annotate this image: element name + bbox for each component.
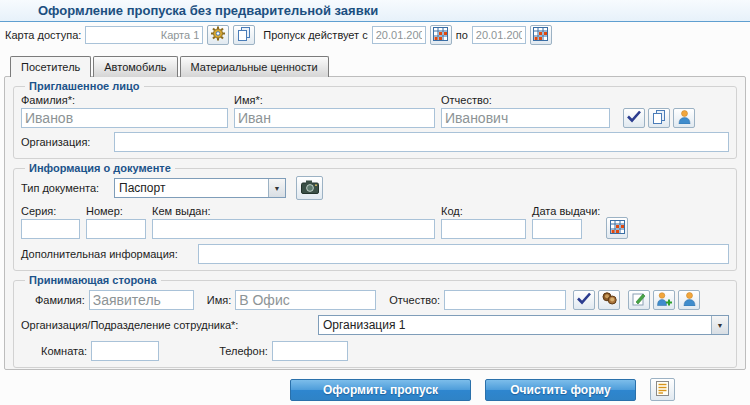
- visitor-person-button[interactable]: [673, 108, 695, 128]
- person-add-icon: [656, 292, 672, 309]
- doc-type-selected-value: Паспорт: [115, 181, 268, 195]
- visitor-firstname-input[interactable]: [234, 108, 435, 128]
- doc-extra-info-row: Дополнительная информация:: [21, 244, 729, 264]
- doc-code-field: Код:: [441, 205, 526, 239]
- footer-actions: Оформить пропуск Очистить форму: [290, 378, 750, 401]
- visitor-organization-input[interactable]: [114, 132, 729, 152]
- document-info-legend: Информация о документе: [25, 162, 175, 174]
- invited-person-section: Приглашенное лицо Фамилия*: Имя*: Отчест…: [13, 80, 737, 159]
- doc-issue-date-field: Дата выдачи:: [532, 205, 600, 239]
- visitor-middlename-label: Отчество:: [441, 94, 610, 106]
- host-phone-label: Телефон:: [219, 345, 268, 357]
- doc-type-row: Тип документа: Паспорт ▼: [21, 176, 729, 200]
- chevron-down-icon: ▼: [268, 179, 285, 197]
- host-edit-button[interactable]: [628, 290, 650, 310]
- clear-form-button[interactable]: Очистить форму: [485, 379, 636, 401]
- document-lines-icon: [656, 381, 669, 399]
- page-title: Оформление пропуска без предварительной …: [38, 3, 378, 18]
- doc-type-label: Тип документа:: [21, 182, 114, 194]
- host-contact-row: Комната: Телефон:: [21, 341, 729, 361]
- host-room-label: Комната:: [41, 345, 87, 357]
- titlebar: Оформление пропуска без предварительной …: [0, 0, 750, 22]
- valid-to-label: по: [456, 29, 468, 41]
- doc-code-input[interactable]: [441, 219, 526, 239]
- calendar-to-button[interactable]: [530, 25, 552, 45]
- host-organization-row: Организация/Подразделение сотрудника*: О…: [21, 315, 729, 335]
- calendar-icon: [533, 27, 548, 44]
- host-action-buttons: [573, 290, 700, 310]
- visitor-firstname-label: Имя*:: [234, 94, 435, 106]
- host-persons-button[interactable]: [598, 290, 620, 310]
- copy-icon: [652, 110, 666, 127]
- doc-code-label: Код:: [441, 205, 526, 217]
- doc-issue-date-label: Дата выдачи:: [532, 205, 600, 217]
- doc-issue-date-input[interactable]: [532, 219, 582, 239]
- check-icon: [626, 110, 642, 126]
- visitor-organization-label: Организация:: [21, 136, 114, 148]
- tab-car[interactable]: Автомобиль: [93, 56, 177, 77]
- visitor-middlename-input[interactable]: [441, 108, 610, 128]
- calendar-from-button[interactable]: [430, 25, 452, 45]
- doc-series-input[interactable]: [21, 219, 80, 239]
- host-add-person-button[interactable]: [653, 290, 675, 310]
- copy-icon: [237, 27, 251, 44]
- chevron-down-icon: ▼: [711, 316, 728, 334]
- host-phone-input[interactable]: [272, 341, 348, 361]
- card-reader-button[interactable]: [207, 25, 229, 45]
- invited-person-legend: Приглашенное лицо: [25, 80, 144, 92]
- visitor-lastname-input[interactable]: [21, 108, 228, 128]
- host-organization-selected-value: Организация 1: [319, 318, 711, 332]
- visitor-copy-button[interactable]: [648, 108, 670, 128]
- visitor-action-buttons: [623, 108, 695, 128]
- doc-type-select[interactable]: Паспорт ▼: [114, 178, 286, 198]
- doc-issued-by-input[interactable]: [152, 219, 435, 239]
- valid-to-input[interactable]: [472, 26, 526, 44]
- host-confirm-button[interactable]: [573, 290, 595, 310]
- visitor-name-row: Фамилия*: Имя*: Отчество:: [21, 94, 729, 128]
- card-access-input[interactable]: [85, 26, 203, 44]
- tab-material-values[interactable]: Материальные ценности: [180, 56, 329, 77]
- doc-details-row: Серия: Номер: Кем выдан: Код: Дата выдач…: [21, 205, 729, 239]
- tab-strip: Посетитель Автомобиль Материальные ценно…: [10, 56, 750, 77]
- valid-from-input[interactable]: [372, 26, 426, 44]
- check-icon: [576, 292, 592, 308]
- visitor-middlename-field: Отчество:: [441, 94, 610, 128]
- host-middlename-input[interactable]: [444, 290, 566, 310]
- host-person-button[interactable]: [678, 290, 700, 310]
- host-party-section: Принимающая сторона Фамилия: Имя: Отчест…: [13, 274, 737, 368]
- host-firstname-input[interactable]: [235, 290, 376, 310]
- host-lastname-input[interactable]: [89, 290, 194, 310]
- photo-capture-button[interactable]: [296, 176, 323, 200]
- doc-extra-info-input[interactable]: [198, 244, 729, 264]
- doc-extra-info-label: Дополнительная информация:: [21, 248, 198, 260]
- document-info-section: Информация о документе Тип документа: Па…: [13, 162, 737, 271]
- copy-card-button[interactable]: [233, 25, 255, 45]
- calendar-icon: [433, 27, 448, 44]
- host-firstname-label: Имя:: [207, 294, 231, 306]
- issue-date-calendar-button[interactable]: [606, 217, 628, 239]
- visitor-lastname-field: Фамилия*:: [21, 94, 228, 128]
- host-room-input[interactable]: [91, 341, 159, 361]
- person-icon: [683, 292, 696, 309]
- doc-series-label: Серия:: [21, 205, 80, 217]
- card-access-row: Карта доступа: Пропуск действует с по: [0, 22, 750, 48]
- card-reader-gear-icon: [210, 26, 226, 44]
- issue-pass-button[interactable]: Оформить пропуск: [290, 379, 471, 401]
- tab-visitor[interactable]: Посетитель: [10, 56, 91, 77]
- visitor-tab-panel: Приглашенное лицо Фамилия*: Имя*: Отчест…: [4, 76, 746, 370]
- report-button[interactable]: [650, 378, 675, 401]
- calendar-icon: [610, 220, 625, 237]
- host-organization-select[interactable]: Организация 1 ▼: [318, 315, 729, 335]
- host-organization-label: Организация/Подразделение сотрудника*:: [21, 319, 318, 331]
- doc-number-input[interactable]: [86, 219, 146, 239]
- visitor-organization-row: Организация:: [21, 132, 729, 152]
- visitor-confirm-button[interactable]: [623, 108, 645, 128]
- host-middlename-label: Отчество:: [389, 294, 440, 306]
- visitor-lastname-label: Фамилия*:: [21, 94, 228, 106]
- pass-form-window: Оформление пропуска без предварительной …: [0, 0, 750, 401]
- doc-issued-by-field: Кем выдан:: [152, 205, 435, 239]
- host-name-row: Фамилия: Имя: Отчество:: [21, 290, 729, 310]
- camera-icon: [301, 180, 319, 197]
- edit-icon: [632, 292, 646, 309]
- host-lastname-label: Фамилия:: [35, 294, 85, 306]
